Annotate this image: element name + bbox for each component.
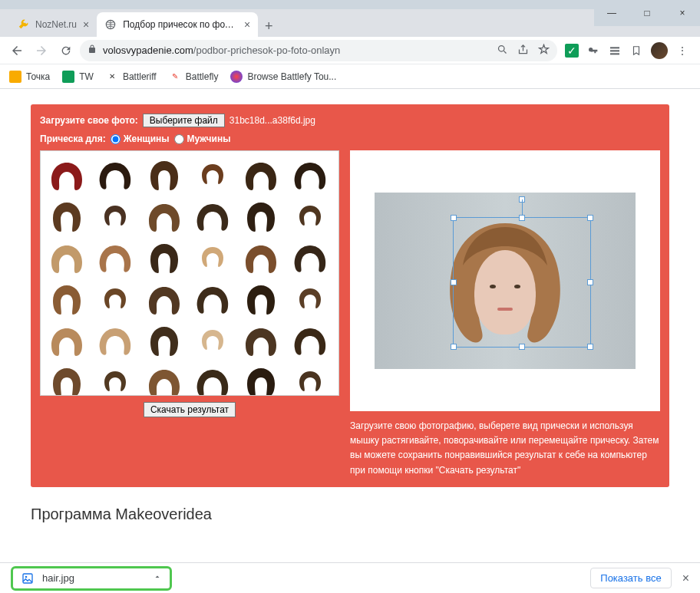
hairstyle-thumbnail[interactable] (191, 280, 234, 318)
hairstyle-thumbnail[interactable] (94, 363, 137, 396)
instructions-text: Загрузите свою фотографию, выберете вид … (350, 419, 660, 478)
hairstyle-thumbnail[interactable] (45, 363, 88, 396)
browser-tab[interactable]: NozNet.ru × (9, 12, 97, 37)
upload-label: Загрузите свое фото: (40, 115, 138, 126)
kebab-menu-icon[interactable]: ⋮ (675, 44, 689, 58)
new-tab-button[interactable]: + (258, 15, 279, 37)
menu-ext-icon[interactable] (608, 44, 622, 58)
hairstyle-thumbnail[interactable] (45, 239, 88, 277)
bookmark-item[interactable]: TW (62, 71, 94, 83)
svg-rect-3 (610, 50, 619, 51)
wrench-icon (17, 18, 29, 31)
hairstyle-thumbnail[interactable] (289, 156, 332, 194)
gender-row: Прическа для: Женщины Мужчины (40, 133, 660, 144)
upload-row: Загрузите свое фото: Выберите файл 31bc1… (40, 114, 660, 127)
selection-box[interactable] (453, 217, 591, 348)
search-icon[interactable] (497, 44, 508, 58)
page-content: Загрузите свое фото: Выберите файл 31bc1… (0, 89, 700, 562)
tab-title: NozNet.ru (35, 19, 77, 30)
key-icon[interactable] (586, 44, 600, 58)
show-all-downloads-button[interactable]: Показать все (590, 568, 671, 588)
hairstyle-thumbnail[interactable] (239, 197, 282, 236)
gender-male-label: Мужчины (187, 133, 231, 144)
forward-button[interactable] (31, 40, 52, 61)
address-actions (497, 44, 550, 58)
hairstyle-thumbnail[interactable] (289, 280, 332, 318)
bookmark-ext-icon[interactable] (629, 44, 643, 58)
bookmark-item[interactable]: Browse Battlefy Tou... (230, 71, 336, 83)
globe-icon (104, 18, 117, 31)
avatar-icon[interactable] (651, 42, 668, 59)
photo-preview-panel[interactable] (350, 150, 660, 411)
bookmark-item[interactable]: ✕Battleriff (106, 71, 157, 83)
gender-label: Прическа для: (40, 133, 106, 144)
window-maximize[interactable]: □ (629, 0, 665, 26)
address-bar[interactable]: volosvypadenie.com/podbor-prichesok-po-f… (80, 40, 557, 61)
window-controls: — □ × (594, 0, 700, 26)
hairstyle-thumbnail[interactable] (239, 280, 282, 318)
url-text: volosvypadenie.com/podbor-prichesok-po-f… (103, 44, 340, 56)
hairstyle-thumbnail[interactable] (191, 239, 234, 277)
selected-file-name: 31bc18d...a38f6d.jpg (229, 115, 315, 126)
hairstyle-thumbnail[interactable] (239, 363, 282, 396)
hairstyle-thumbnail[interactable] (94, 280, 137, 318)
hairstyle-thumbnail[interactable] (143, 156, 186, 194)
back-button[interactable] (6, 40, 28, 61)
hairstyle-thumbnail[interactable] (45, 321, 88, 360)
window-minimize[interactable]: — (594, 0, 629, 26)
browser-toolbar: volosvypadenie.com/podbor-prichesok-po-f… (0, 37, 700, 64)
check-icon[interactable]: ✓ (565, 44, 579, 58)
svg-rect-4 (610, 53, 619, 54)
close-shelf-icon[interactable]: × (682, 572, 689, 585)
svg-point-1 (499, 45, 505, 51)
hairstyle-thumbnail[interactable] (94, 197, 137, 236)
gender-female-radio[interactable] (111, 134, 121, 144)
hairstyle-thumbnail[interactable] (239, 239, 282, 277)
hairstyle-thumbnail[interactable] (143, 197, 186, 236)
hairstyle-thumbnail[interactable] (143, 280, 186, 318)
hairstyle-thumbnail[interactable] (239, 156, 282, 194)
bookmark-label: TW (79, 71, 94, 82)
hairstyle-thumbnail[interactable] (143, 321, 186, 360)
section-title: Программа Makeoveridea (31, 506, 669, 523)
download-item[interactable]: hair.jpg (11, 566, 172, 591)
hairstyle-thumbnail[interactable] (45, 156, 88, 194)
window-close[interactable]: × (665, 0, 700, 26)
browser-tab-active[interactable]: Подбор причесок по фото онла × (97, 12, 258, 37)
hairstyle-gallery[interactable] (40, 150, 339, 396)
download-result-button[interactable]: Скачать результат (144, 402, 236, 417)
hairstyle-thumbnail[interactable] (94, 239, 137, 277)
reload-button[interactable] (55, 40, 77, 61)
bookmark-label: Точка (26, 71, 50, 82)
chevron-up-icon[interactable] (153, 572, 162, 584)
share-icon[interactable] (517, 44, 529, 58)
extension-icons: ✓ ⋮ (560, 42, 694, 59)
bookmark-item[interactable]: ✎Battlefly (169, 71, 219, 83)
star-icon[interactable] (538, 44, 550, 58)
hairstyle-thumbnail[interactable] (94, 156, 137, 194)
hairstyle-thumbnail[interactable] (143, 363, 186, 396)
hairstyle-thumbnail[interactable] (289, 197, 332, 236)
gender-male-radio[interactable] (174, 134, 184, 144)
hairstyle-thumbnail[interactable] (289, 363, 332, 396)
close-icon[interactable]: × (244, 19, 250, 30)
hairstyle-thumbnail[interactable] (191, 363, 234, 396)
hairstyle-thumbnail[interactable] (289, 321, 332, 360)
gender-female-label: Женщины (124, 133, 170, 144)
bookmark-label: Battleriff (123, 71, 157, 82)
hairstyle-thumbnail[interactable] (191, 197, 234, 236)
svg-rect-2 (610, 47, 619, 48)
close-icon[interactable]: × (83, 19, 89, 30)
choose-file-button[interactable]: Выберите файл (143, 114, 225, 127)
hairstyle-thumbnail[interactable] (45, 280, 88, 318)
bookmark-item[interactable]: Точка (9, 71, 50, 83)
hairstyle-thumbnail[interactable] (94, 321, 137, 360)
svg-point-6 (25, 575, 28, 578)
hairstyle-thumbnail[interactable] (289, 239, 332, 277)
hairstyle-thumbnail[interactable] (143, 239, 186, 277)
uploaded-photo (375, 193, 636, 369)
hairstyle-thumbnail[interactable] (239, 321, 282, 360)
hairstyle-thumbnail[interactable] (45, 197, 88, 236)
hairstyle-thumbnail[interactable] (191, 156, 234, 194)
hairstyle-thumbnail[interactable] (191, 321, 234, 360)
